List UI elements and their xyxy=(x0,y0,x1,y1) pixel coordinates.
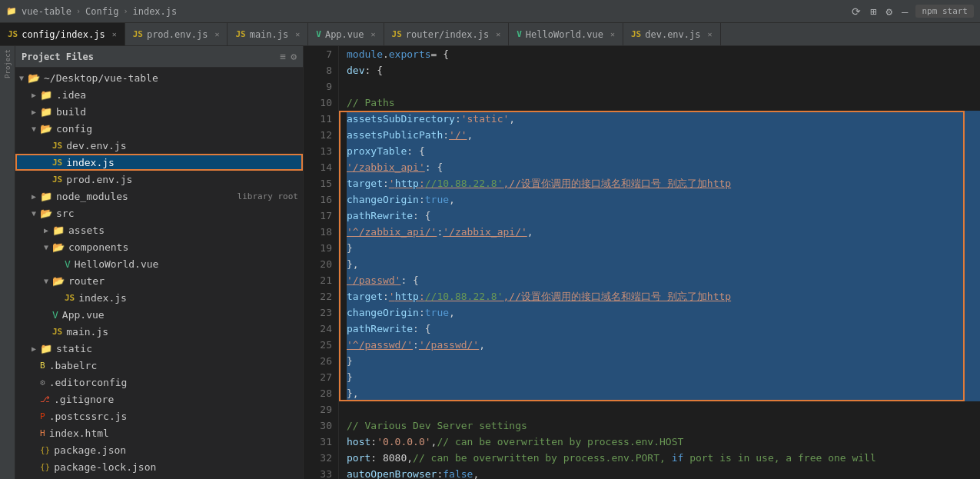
file-tree-title: Project Files xyxy=(22,52,280,62)
assets-label: assets xyxy=(68,225,303,236)
tab-close-main[interactable]: ✕ xyxy=(295,30,300,38)
project-strip-label: Project xyxy=(4,49,12,78)
line-number-12: 12 xyxy=(310,127,332,143)
code-line-13: proxyTable: { xyxy=(347,143,980,159)
code-line-27: } xyxy=(347,369,980,385)
tab-close-dev-env[interactable]: ✕ xyxy=(707,30,712,38)
tree-item-gitignore[interactable]: ⎇ .gitignore xyxy=(15,391,303,407)
code-line-22: target: 'http://10.88.22.8',//设置你调用的接口域名… xyxy=(347,288,980,304)
tree-item-postcssrc[interactable]: P .postcssrc.js xyxy=(15,407,303,424)
tab-main[interactable]: JS main.js ✕ xyxy=(228,23,308,45)
line-number-28: 28 xyxy=(310,385,332,401)
tab-icon-vue-app: V xyxy=(316,29,321,39)
tree-item-config[interactable]: ▼ 📂 config xyxy=(15,120,303,137)
tab-close-helloworld-vue[interactable]: ✕ xyxy=(610,30,615,38)
code-line-7: module.exports = { xyxy=(347,46,980,62)
tree-item-components[interactable]: ▼ 📂 components xyxy=(15,238,303,255)
code-content: 7891011121314151617181920212223242526272… xyxy=(304,46,980,479)
tab-icon-js-dev: JS xyxy=(631,29,641,39)
gitignore-icon: ⎇ xyxy=(40,394,50,404)
project-name: vue-table xyxy=(22,6,71,17)
tab-dev-env[interactable]: JS dev.env.js ✕ xyxy=(623,23,721,45)
breadcrumb-file: index.js xyxy=(132,6,177,17)
tree-item-node-modules[interactable]: ▶ 📁 node_modules library root xyxy=(15,188,303,205)
tab-close-app-vue[interactable]: ✕ xyxy=(370,30,375,38)
npm-start-button[interactable]: npm start xyxy=(915,5,974,18)
app-vue-icon: V xyxy=(52,309,58,321)
code-editor[interactable]: 7891011121314151617181920212223242526272… xyxy=(304,46,980,479)
package-json-icon: {} xyxy=(40,445,50,455)
tree-item-prod-env-js[interactable]: JS prod.env.js xyxy=(15,171,303,188)
tree-item-router[interactable]: ▼ 📂 router xyxy=(15,272,303,289)
tab-config-index[interactable]: JS config/index.js ✕ xyxy=(0,23,125,45)
root-label: ~/Desktop/vue-table xyxy=(44,72,303,84)
top-bar: 📁 vue-table › Config › index.js ⟳ ⊞ ⚙ — … xyxy=(0,0,980,23)
line-number-26: 26 xyxy=(310,353,332,369)
tree-item-src[interactable]: ▼ 📂 src xyxy=(15,205,303,221)
tab-app-vue[interactable]: V App.vue ✕ xyxy=(308,23,384,45)
tree-item-app-vue[interactable]: V App.vue xyxy=(15,306,303,323)
line-number-27: 27 xyxy=(310,369,332,385)
code-line-24: pathRewrite: { xyxy=(347,321,980,337)
helloworld-vue-label: HelloWorld.vue xyxy=(75,258,303,270)
tab-close-config-index[interactable]: ✕ xyxy=(112,30,117,38)
router-index-js-label: index.js xyxy=(78,292,303,304)
tree-item-package-lock-json[interactable]: {} package-lock.json xyxy=(15,458,303,475)
tree-item-helloworld-vue[interactable]: V HelloWorld.vue xyxy=(15,255,303,272)
tree-item-idea[interactable]: ▶ 📁 .idea xyxy=(15,86,303,103)
tab-close-prod-env[interactable]: ✕ xyxy=(214,30,219,38)
build-arrow: ▶ xyxy=(28,108,40,116)
line-number-31: 31 xyxy=(310,434,332,450)
line-number-8: 8 xyxy=(310,62,332,78)
build-label: build xyxy=(56,106,303,118)
tree-item-main-js[interactable]: JS main.js xyxy=(15,323,303,340)
line-number-9: 9 xyxy=(310,78,332,95)
code-lines[interactable]: module.exports = { dev: { // Paths asset… xyxy=(339,46,980,479)
code-line-12: assetsPublicPath: '/', xyxy=(347,127,980,143)
tree-item-build[interactable]: ▶ 📁 build xyxy=(15,103,303,120)
tab-helloworld-vue[interactable]: V HelloWorld.vue ✕ xyxy=(509,23,623,45)
tab-close-router-index[interactable]: ✕ xyxy=(496,30,500,38)
tab-label-helloworld-vue: HelloWorld.vue xyxy=(526,29,603,40)
tree-item-static[interactable]: ▶ 📁 static xyxy=(15,340,303,357)
root-folder-icon: 📂 xyxy=(28,72,40,84)
file-tree-content[interactable]: ▼ 📂 ~/Desktop/vue-table ▶ 📁 .idea ▶ 📁 bu… xyxy=(15,68,303,479)
settings-icon[interactable]: ⚙ xyxy=(885,4,894,19)
tree-item-dev-env-js[interactable]: JS dev.env.js xyxy=(15,137,303,154)
settings-tree-icon[interactable]: ⚙ xyxy=(291,51,297,62)
tree-item-assets[interactable]: ▶ 📁 assets xyxy=(15,221,303,238)
components-arrow: ▼ xyxy=(40,243,52,251)
index-html-label: index.html xyxy=(49,427,303,439)
tree-item-editorconfig[interactable]: ⚙ .editorconfig xyxy=(15,374,303,391)
code-line-25: '^/passwd/': '/passwd/', xyxy=(347,337,980,353)
config-folder-icon: 📂 xyxy=(40,123,52,135)
tab-router-index[interactable]: JS router/index.js ✕ xyxy=(384,23,510,45)
line-number-33: 33 xyxy=(310,466,332,479)
code-line-15: target: 'http://10.88.22.8',//设置你调用的接口域名… xyxy=(347,175,980,191)
collapse-all-icon[interactable]: ≡ xyxy=(280,51,286,62)
tree-item-babelrc[interactable]: B .babelrc xyxy=(15,357,303,374)
main-area: Project Project Files ≡ ⚙ ▼ 📂 ~/Desktop/… xyxy=(0,46,980,479)
node-modules-label: node_modules xyxy=(56,191,233,202)
tree-root[interactable]: ▼ 📂 ~/Desktop/vue-table xyxy=(15,69,303,86)
tree-item-index-html[interactable]: H index.html xyxy=(15,424,303,441)
split-icon[interactable]: ⊞ xyxy=(869,4,878,19)
line-number-15: 15 xyxy=(310,175,332,191)
code-line-9 xyxy=(347,78,980,95)
tab-prod-env[interactable]: JS prod.env.js ✕ xyxy=(125,23,228,45)
line-number-23: 23 xyxy=(310,304,332,321)
file-tree-header-icons: ≡ ⚙ xyxy=(280,51,297,62)
router-arrow: ▼ xyxy=(40,277,52,285)
minimize-icon[interactable]: — xyxy=(900,4,909,19)
code-line-26: } xyxy=(347,353,980,369)
line-numbers: 7891011121314151617181920212223242526272… xyxy=(304,46,339,479)
file-tree: Project Files ≡ ⚙ ▼ 📂 ~/Desktop/vue-tabl… xyxy=(15,46,304,479)
tree-item-index-js[interactable]: JS index.js xyxy=(15,154,303,171)
refresh-icon[interactable]: ⟳ xyxy=(850,4,862,19)
tree-item-readme-md[interactable]: M README.md xyxy=(15,475,303,479)
index-js-label: index.js xyxy=(66,157,303,168)
tree-item-package-json[interactable]: {} package.json xyxy=(15,441,303,458)
tab-icon-js-router: JS xyxy=(392,29,402,39)
tree-item-router-index-js[interactable]: JS index.js xyxy=(15,289,303,306)
project-icon: 📁 xyxy=(6,6,17,16)
